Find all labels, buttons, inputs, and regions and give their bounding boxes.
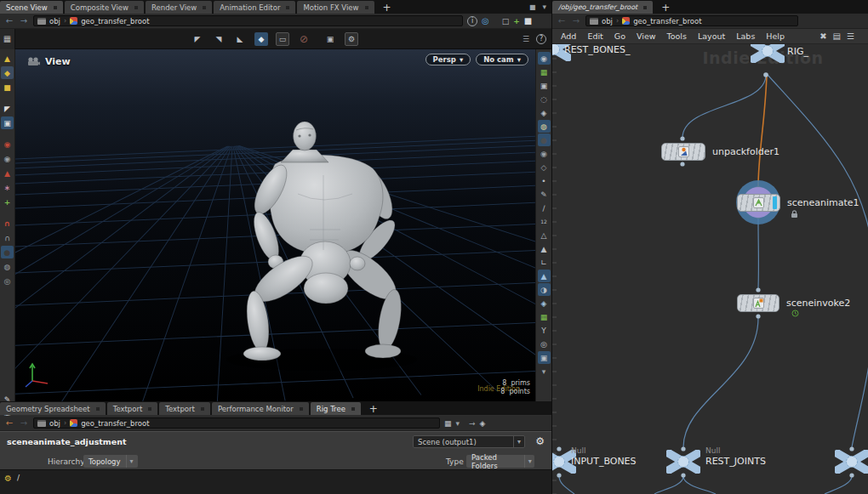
tab-textport-1[interactable]: Textport [107, 402, 158, 415]
sort-icon[interactable]: ☰ [523, 35, 529, 43]
new-tab-button[interactable]: + [376, 1, 398, 14]
brush-icon[interactable]: ✎ [538, 188, 551, 201]
select-arrow-icon[interactable]: ◤ [1, 102, 14, 115]
new-tab-button[interactable]: + [654, 1, 677, 14]
vectors-icon[interactable]: ▲ [538, 242, 551, 255]
lighting-icon[interactable]: ◍ [538, 120, 551, 133]
snap-grid-icon[interactable]: ▦ [538, 65, 551, 78]
axis-tool-icon[interactable]: + [1, 196, 14, 208]
gear-icon[interactable]: ⚙ [4, 474, 12, 483]
joints-icon[interactable]: Y [538, 324, 551, 337]
pane-maximize-icon[interactable]: ■ [529, 3, 536, 11]
tab-menu-dot[interactable] [96, 407, 100, 411]
node-sceneanimate1[interactable] [737, 194, 780, 212]
menu-view[interactable]: View [637, 31, 656, 41]
node-label[interactable]: sceneanimate1 [787, 197, 859, 208]
target-icon[interactable]: ◎ [482, 16, 489, 26]
pane-display-icon[interactable]: ▦ [444, 419, 452, 428]
tab-menu-dot[interactable] [643, 6, 647, 9]
tab-menu-dot[interactable] [300, 407, 303, 411]
view-lock-icon[interactable]: ▣ [538, 79, 551, 92]
ring-icon[interactable]: ◎ [538, 338, 551, 350]
sphere-x-tool-icon[interactable]: ◍ [1, 260, 14, 273]
network-editor[interactable]: Indie Edition [552, 44, 868, 494]
shaded-mode-icon[interactable]: ▲ [538, 270, 551, 282]
collapse-icon[interactable]: → [469, 419, 476, 428]
gear-icon[interactable]: ⚙ [535, 435, 545, 447]
cone-tool-icon[interactable]: ▲ [1, 52, 14, 65]
info-icon[interactable]: i [467, 16, 477, 26]
tab-menu-dot[interactable] [203, 6, 206, 9]
point-numbers-icon[interactable]: 12 [538, 215, 551, 228]
tab-animation-editor[interactable]: Animation Editor [214, 1, 295, 14]
visibility-icon[interactable]: ◉ [538, 147, 551, 160]
secure-selection-icon[interactable]: ⊘ [297, 32, 311, 46]
tab-composite-view[interactable]: Composite View [65, 1, 144, 14]
menu-help[interactable]: Help [766, 31, 785, 41]
tab-render-view[interactable]: Render View [146, 1, 212, 14]
rocket-tool-icon[interactable]: ▲ [1, 167, 14, 179]
viewport-3d[interactable]: View Persp▾ No cam▾ Indie Edition 8 prim… [15, 49, 535, 401]
filter-list-icon[interactable]: ▤ [833, 31, 841, 41]
display-list-icon[interactable]: ☰ [847, 31, 854, 41]
pane-link-icon[interactable]: ▦ [0, 29, 15, 49]
display-gem-icon[interactable]: ◈ [538, 106, 551, 119]
needle-icon[interactable]: ∕ [538, 202, 551, 214]
dark-sphere-tool-icon[interactable]: ● [1, 246, 14, 258]
move-tool-icon[interactable]: ◥ [212, 32, 226, 46]
output-select[interactable]: Scene (output1) ▾ [413, 435, 525, 448]
menu-layout[interactable]: Layout [698, 31, 725, 41]
path-field[interactable]: obj › geo_transfer_broot [33, 15, 463, 26]
path-field[interactable]: obj › geo_transfer_broot [33, 417, 440, 429]
tab-menu-dot[interactable] [365, 6, 368, 9]
back-icon[interactable]: ← [557, 16, 567, 26]
node-rest-joints[interactable] [666, 450, 700, 474]
ghost-objects-icon[interactable]: ◌ [538, 93, 551, 105]
magnet2-tool-icon[interactable]: ∩ [1, 231, 14, 244]
back-icon[interactable]: ← [4, 418, 14, 428]
tab-network-editor[interactable]: /obj/geo_transfer_broot [552, 1, 653, 14]
tab-menu-dot[interactable] [148, 407, 151, 411]
select-tool-icon[interactable]: ◤ [191, 32, 204, 46]
tab-menu-dot[interactable] [201, 407, 204, 411]
character-tool-icon[interactable]: ∗ [1, 181, 14, 194]
menu-add[interactable]: Add [561, 31, 576, 41]
forward-icon[interactable]: → [19, 418, 29, 428]
tab-textport-2[interactable]: Textport [159, 402, 210, 415]
back-icon[interactable]: ← [4, 16, 14, 26]
tab-rig-tree[interactable]: Rig Tree [311, 402, 361, 415]
tab-menu-dot[interactable] [351, 407, 355, 411]
tab-menu-dot[interactable] [134, 6, 138, 9]
display-options-icon[interactable]: ⚙ [345, 32, 358, 46]
path-field[interactable]: obj › geo_transfer_broot [585, 15, 798, 26]
render-flag[interactable] [773, 196, 777, 209]
objects-icon[interactable]: ◇ [538, 161, 551, 173]
rig-tree-root-path[interactable]: / [17, 474, 20, 482]
tab-menu-dot[interactable] [54, 6, 57, 9]
tab-motion-fx-view[interactable]: Motion FX View [297, 1, 374, 14]
node-sceneinvoke2[interactable] [737, 294, 779, 312]
pane-menu-icon[interactable]: ▾ [542, 3, 546, 11]
pose-edit-tool-icon[interactable]: ◣ [233, 32, 247, 46]
material-sphere-icon[interactable]: ● [538, 133, 551, 146]
menu-edit[interactable]: Edit [587, 31, 602, 41]
wireframe-gem-icon[interactable]: ◈ [538, 297, 551, 309]
tab-menu-dot[interactable] [286, 6, 289, 9]
gem-tool-icon[interactable]: ◆ [1, 66, 14, 79]
node-label[interactable]: unpackfolder1 [712, 146, 779, 157]
axis-icon[interactable]: + [513, 17, 520, 26]
box-pick-icon[interactable]: ▭ [276, 32, 289, 46]
pane-dropdown-icon[interactable]: ▾ [456, 419, 460, 428]
forward-icon[interactable]: → [571, 16, 581, 26]
points-display-icon[interactable]: • [538, 174, 551, 187]
jiggle-tool-icon[interactable]: ◉ [1, 138, 14, 150]
persp-view-button[interactable]: Persp▾ [425, 54, 471, 65]
menu-go[interactable]: Go [614, 31, 625, 41]
view-snapshot-icon[interactable]: ◉ [538, 52, 551, 65]
camera-view-icon[interactable]: ▣ [538, 351, 551, 364]
new-tab-button[interactable]: + [363, 402, 385, 415]
plane-icon[interactable]: ■ [524, 16, 532, 26]
magnet-tool-icon[interactable]: ∩ [1, 217, 14, 230]
snapshot-icon[interactable]: ▣ [323, 32, 337, 46]
box-tool-icon[interactable]: ■ [1, 81, 14, 94]
